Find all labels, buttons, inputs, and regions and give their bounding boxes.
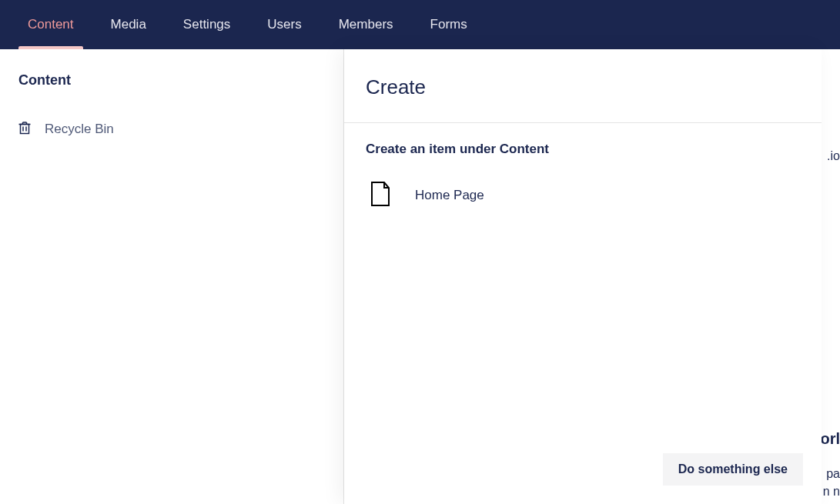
- dialog-subtitle: Create an item under Content: [366, 142, 800, 157]
- svg-rect-0: [21, 125, 29, 134]
- nav-tab-label: Forms: [430, 17, 467, 32]
- nav-tab-media[interactable]: Media: [92, 0, 165, 49]
- content-tree: Content Recycle Bin: [0, 49, 344, 504]
- nav-tab-users[interactable]: Users: [249, 0, 320, 49]
- create-dialog: Create Create an item under Content Home…: [344, 49, 822, 504]
- dialog-footer: Do something else: [344, 441, 822, 504]
- file-icon: [370, 182, 390, 209]
- trash-icon: [18, 121, 31, 138]
- nav-tab-label: Users: [267, 17, 301, 32]
- top-nav: Content Media Settings Users Members For…: [0, 0, 840, 49]
- create-option-home-page[interactable]: Home Page: [366, 174, 800, 217]
- nav-tab-label: Media: [111, 17, 146, 32]
- bg-peek-text: orl: [820, 430, 840, 448]
- nav-tab-content[interactable]: Content: [9, 0, 92, 49]
- bg-peek-text: pa: [826, 467, 840, 481]
- bg-peek-text: n n: [823, 485, 840, 499]
- dialog-title: Create: [366, 75, 800, 99]
- sidebar-item-label: Recycle Bin: [45, 122, 114, 137]
- dialog-body: Create an item under Content Home Page: [344, 123, 822, 441]
- dialog-header: Create: [344, 49, 822, 123]
- create-option-label: Home Page: [415, 188, 484, 203]
- do-something-else-button[interactable]: Do something else: [663, 453, 803, 486]
- nav-tab-settings[interactable]: Settings: [165, 0, 249, 49]
- sidebar-title: Content: [18, 72, 325, 88]
- nav-tab-label: Members: [339, 17, 393, 32]
- nav-tab-forms[interactable]: Forms: [412, 0, 486, 49]
- nav-tab-label: Content: [28, 17, 74, 32]
- bg-peek-text: .io: [827, 149, 840, 163]
- nav-tab-members[interactable]: Members: [320, 0, 412, 49]
- nav-tab-label: Settings: [183, 17, 230, 32]
- sidebar-item-recycle-bin[interactable]: Recycle Bin: [18, 116, 325, 142]
